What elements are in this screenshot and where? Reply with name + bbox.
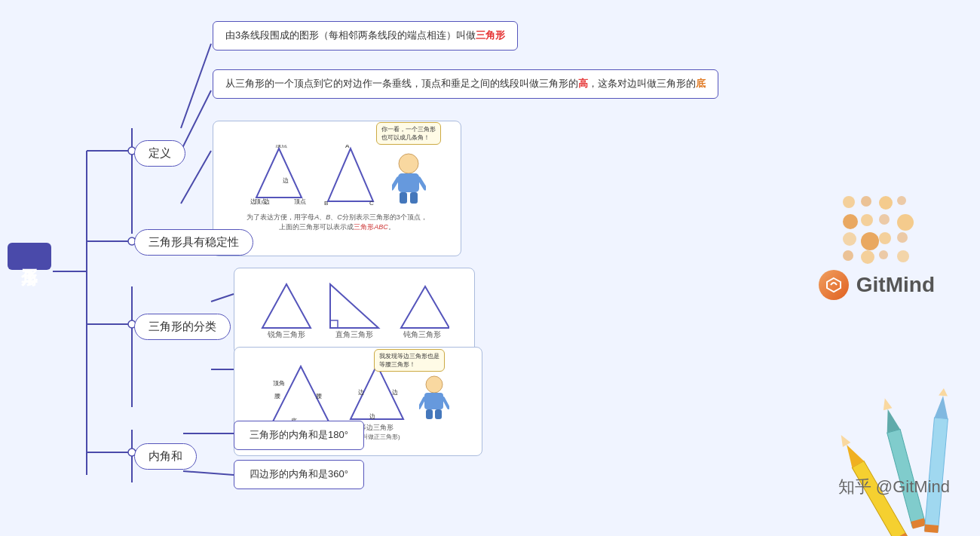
def-text2-node: 从三角形的一个顶点到它的对边作一条垂线，顶点和垂足之间的线段叫做三角形的高，这条… (213, 69, 718, 99)
svg-line-16 (183, 471, 234, 475)
angle-sum-360: 四边形的内角和是360° (234, 460, 364, 489)
mind-map: 三角形 定义 由3条线段围成的图形（每相邻两条线段的端点相连）叫做三角形 从三角… (0, 0, 980, 536)
angle-sum-180: 三角形的内角和是180° (234, 421, 364, 450)
branch-classify: 三角形的分类 (134, 314, 231, 340)
branch-definition: 定义 (134, 140, 185, 167)
svg-line-6 (181, 151, 211, 204)
svg-line-11 (211, 294, 234, 302)
def-text1-node: 由3条线段围成的图形（每相邻两条线段的端点相连）叫做三角形 (213, 21, 518, 51)
svg-line-4 (181, 44, 211, 128)
root-node: 三角形 (8, 243, 51, 270)
branch-stability: 三角形具有稳定性 (134, 229, 253, 256)
svg-line-5 (181, 90, 211, 151)
branch-angle-sum: 内角和 (134, 443, 197, 470)
